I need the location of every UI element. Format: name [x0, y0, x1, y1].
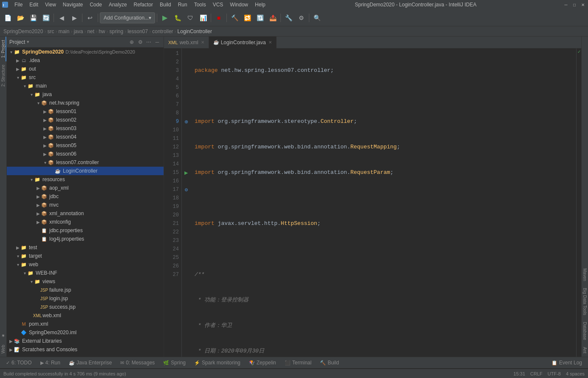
tree-pom[interactable]: M pom.xml — [7, 320, 164, 328]
bottom-tab-run[interactable]: ▶ 4: Run — [36, 357, 65, 369]
tree-out[interactable]: ▶ 📁 out — [7, 65, 164, 73]
menu-file[interactable]: File — [11, 0, 26, 9]
breadcrumb-net[interactable]: net — [87, 28, 94, 34]
menu-run[interactable]: Run — [175, 0, 191, 9]
rebuild-button[interactable]: 🔁 — [241, 12, 253, 24]
menu-edit[interactable]: Edit — [26, 0, 42, 9]
tab-web-xml[interactable]: XML web.xml ✕ — [164, 37, 209, 48]
breadcrumb-java[interactable]: java — [74, 28, 83, 34]
open-button[interactable]: 📂 — [14, 12, 26, 24]
right-tab-ant[interactable]: Ant — [582, 344, 588, 357]
tree-net-hw-spring[interactable]: ▾ 📦 net.hw.spring — [7, 99, 164, 107]
right-tab-maven[interactable]: Maven — [582, 265, 588, 284]
panel-settings-btn[interactable]: ⋯ — [145, 38, 153, 46]
tree-iml[interactable]: 🔷 SpringDemo2020.iml — [7, 328, 164, 337]
tree-mvc[interactable]: ▶ 📦 mvc — [7, 201, 164, 209]
stop-button[interactable]: ■ — [213, 12, 225, 24]
vtab-favorites[interactable]: ★ — [0, 330, 6, 341]
status-linesep[interactable]: CRLF — [530, 371, 543, 376]
tree-ext-libs[interactable]: ▶ 📚 External Libraries — [7, 337, 164, 345]
maximize-button[interactable]: □ — [571, 1, 578, 8]
back-button[interactable]: ◀ — [56, 12, 68, 24]
breadcrumb-spring[interactable]: spring — [109, 28, 123, 34]
panel-collapse-btn[interactable]: ─ — [153, 38, 161, 46]
tree-lesson01[interactable]: ▶ 📦 lesson01 — [7, 107, 164, 116]
breadcrumb-class[interactable]: LoginController — [178, 28, 212, 34]
tree-lesson05[interactable]: ▶ 📦 lesson05 — [7, 141, 164, 150]
tree-root[interactable]: ▾ 📁 SpringDemo2020 D:\IdeaProjects\Sprin… — [7, 48, 164, 56]
bottom-tab-event-log[interactable]: 📋 Event Log — [547, 357, 586, 369]
save-all-button[interactable]: 💾 — [27, 12, 39, 24]
status-spaces[interactable]: 4 spaces — [566, 371, 585, 376]
tree-java[interactable]: ▾ 📁 java — [7, 90, 164, 99]
tree-failure-jsp[interactable]: JSP failure.jsp — [7, 286, 164, 294]
run-button[interactable]: ▶ — [159, 12, 171, 24]
bottom-tab-messages[interactable]: ✉ 0: Messages — [116, 357, 159, 369]
vtab-project[interactable]: 1: Project — [0, 37, 6, 61]
breadcrumb-controller[interactable]: controller — [152, 28, 173, 34]
tree-main[interactable]: ▾ 📁 main — [7, 82, 164, 90]
menu-analyze[interactable]: Analyze — [105, 0, 130, 9]
tree-web[interactable]: ▾ 📁 web — [7, 260, 164, 269]
tree-aop-xml[interactable]: ▶ 📦 aop_xml — [7, 184, 164, 192]
code-editor[interactable]: 1 2 3 4 5 6 7 8 9 10 11 12 13 14 15 16 1… — [164, 48, 581, 357]
tree-scratches[interactable]: ▶ 📝 Scratches and Consoles — [7, 345, 164, 354]
status-position[interactable]: 15:31 — [514, 371, 526, 376]
deploy-button[interactable]: 📤 — [267, 12, 279, 24]
new-file-button[interactable]: 📄 — [2, 12, 14, 24]
menu-window[interactable]: Window — [226, 0, 252, 9]
sync-button[interactable]: 🔄 — [40, 12, 52, 24]
menu-refactor[interactable]: Refactor — [130, 0, 156, 9]
bottom-tab-spark[interactable]: ⚡ Spark monitoring — [190, 357, 245, 369]
forward-button[interactable]: ▶ — [68, 12, 80, 24]
bottom-tab-todo[interactable]: ✓ 6: TODO — [2, 357, 36, 369]
breadcrumb-hw[interactable]: hw — [99, 28, 105, 34]
tree-target[interactable]: ▾ 📁 target — [7, 252, 164, 260]
profile-button[interactable]: 📊 — [197, 12, 209, 24]
tree-resources[interactable]: ▾ 📁 resources — [7, 175, 164, 184]
tree-log4j-properties[interactable]: 📋 log4j.properties — [7, 235, 164, 243]
build-button[interactable]: 🔨 — [229, 12, 240, 24]
run-config-dropdown[interactable]: Add Configuration... ▾ — [100, 12, 155, 23]
settings-button[interactable]: ⚙ — [295, 12, 307, 24]
menu-help[interactable]: Help — [252, 0, 269, 9]
menu-navigate[interactable]: Navigate — [59, 0, 86, 9]
tree-idea[interactable]: ▶ 🗂 .idea — [7, 56, 164, 65]
tab-close-web-xml[interactable]: ✕ — [201, 40, 204, 45]
tree-xmlconfig[interactable]: ▶ 📦 xmlconfig — [7, 218, 164, 226]
bottom-tab-build[interactable]: 🔨 Build — [316, 357, 343, 369]
right-tab-database[interactable]: Database — [582, 318, 588, 344]
tab-close-login-controller[interactable]: ✕ — [269, 40, 272, 45]
breadcrumb-lesson07[interactable]: lesson07 — [127, 28, 148, 34]
breadcrumb-project[interactable]: SpringDemo2020 — [3, 28, 43, 34]
tree-success-jsp[interactable]: JSP success.jsp — [7, 303, 164, 311]
bottom-tab-terminal[interactable]: ⬛ Terminal — [280, 357, 316, 369]
tree-src[interactable]: ▾ 📁 src — [7, 73, 164, 82]
vtab-structure[interactable]: 2: Structure — [0, 61, 6, 90]
bottom-tab-zeppelin[interactable]: 🪁 Zeppelin — [245, 357, 280, 369]
menu-view[interactable]: View — [42, 0, 59, 9]
undo-button[interactable]: ↩ — [84, 12, 96, 24]
tree-web-xml[interactable]: XML web.xml — [7, 311, 164, 320]
breadcrumb-src[interactable]: src — [47, 28, 54, 34]
close-button[interactable]: ✕ — [580, 1, 586, 8]
tree-lesson04[interactable]: ▶ 📦 lesson04 — [7, 133, 164, 141]
minimize-button[interactable]: ─ — [563, 1, 569, 8]
tree-login-controller[interactable]: ☕ LoginController — [7, 167, 164, 175]
tree-jdbc-properties[interactable]: 📋 jdbc.properties — [7, 226, 164, 235]
tree-xml-annotation[interactable]: ▶ 📦 xml_annotation — [7, 209, 164, 218]
menu-build[interactable]: Build — [156, 0, 175, 9]
vtab-web[interactable]: Web — [0, 341, 6, 357]
status-encoding[interactable]: UTF-8 — [548, 371, 561, 376]
tree-lesson06[interactable]: ▶ 📦 lesson06 — [7, 150, 164, 158]
sdk-button[interactable]: 🔧 — [283, 12, 294, 24]
right-tab-bigdata[interactable]: Big Data Tools — [582, 284, 588, 318]
tree-test[interactable]: ▶ 📁 test — [7, 243, 164, 252]
debug-button[interactable]: 🐛 — [172, 12, 184, 24]
tree-login-jsp[interactable]: JSP login.jsp — [7, 294, 164, 303]
panel-filter-btn[interactable]: ⚙ — [136, 38, 144, 46]
project-tree[interactable]: ▾ 📁 SpringDemo2020 D:\IdeaProjects\Sprin… — [7, 48, 164, 357]
tree-webinf[interactable]: ▾ 📁 WEB-INF — [7, 269, 164, 277]
tree-views[interactable]: ▾ 📁 views — [7, 277, 164, 286]
search-everywhere-button[interactable]: 🔍 — [311, 12, 323, 24]
